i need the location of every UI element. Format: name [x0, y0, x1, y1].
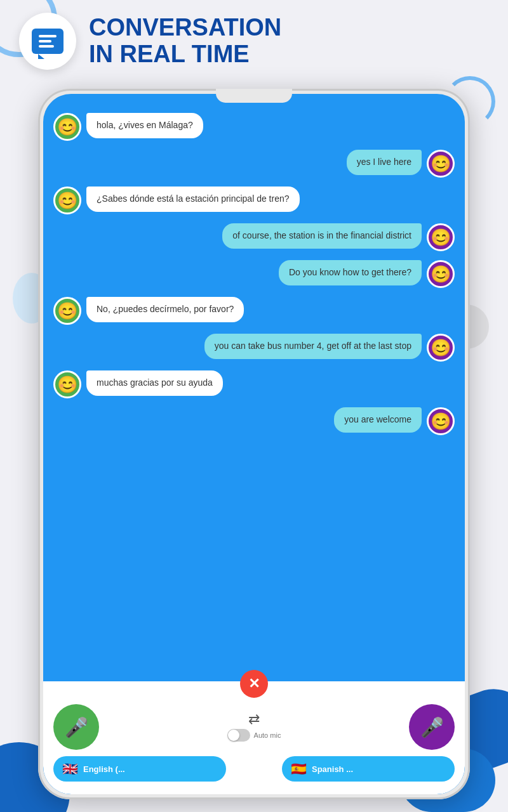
toggle-thumb	[228, 730, 239, 741]
message-row-1: 😊 hola, ¿vives en Málaga?	[53, 113, 455, 141]
avatar-right-5: 😊	[427, 260, 455, 288]
bubble-7: you can take bus number 4, get off at th…	[204, 334, 422, 359]
mic-icon-right: 🎤	[420, 716, 444, 738]
mic-button-right[interactable]: 🎤	[409, 704, 455, 750]
auto-mic-label: Auto mic	[254, 731, 281, 739]
avatar-right-2: 😊	[427, 150, 455, 178]
language-button-left[interactable]: 🇬🇧 English (...	[53, 756, 226, 782]
bubble-9: you are welcome	[334, 407, 422, 433]
chat-icon-line3	[39, 45, 54, 48]
chat-area: 😊 hola, ¿vives en Málaga? 😊 yes I live h…	[43, 94, 465, 681]
mic-icon-left: 🎤	[65, 716, 88, 738]
avatar-left-8: 😊	[53, 370, 81, 398]
bubble-3: ¿Sabes dónde está la estación principal …	[86, 187, 300, 212]
lang-left-label: English (...	[83, 764, 125, 774]
avatar-left-1: 😊	[53, 113, 81, 141]
chat-icon-lines	[39, 35, 57, 48]
bubble-4: of course, the station is in the financi…	[222, 223, 422, 249]
avatar-left-3: 😊	[53, 187, 81, 214]
phone-notch	[216, 89, 292, 103]
avatar-right-9: 😊	[427, 407, 455, 435]
flag-uk: 🇬🇧	[62, 761, 78, 776]
phone-frame: 😊 hola, ¿vives en Málaga? 😊 yes I live h…	[38, 89, 470, 799]
avatar-right-7: 😊	[427, 334, 455, 362]
message-row-2: 😊 yes I live here	[53, 150, 455, 178]
mic-button-left[interactable]: 🎤	[53, 704, 99, 750]
chat-bubble-icon	[32, 29, 64, 54]
bubble-2: yes I live here	[347, 150, 422, 175]
message-row-5: 😊 Do you know how to get there?	[53, 260, 455, 288]
swap-arrows-icon[interactable]: ⇄	[248, 712, 260, 726]
bubble-1: hola, ¿vives en Málaga?	[86, 113, 203, 138]
message-row-4: 😊 of course, the station is in the finan…	[53, 223, 455, 251]
arrows-toggle-area: ⇄ Auto mic	[104, 712, 404, 742]
avatar-left-6: 😊	[53, 297, 81, 325]
chat-icon-line1	[39, 35, 57, 37]
auto-mic-toggle-row: Auto mic	[227, 729, 281, 742]
header-icon-circle	[19, 13, 76, 70]
bubble-6: No, ¿puedes decírmelo, por favor?	[86, 297, 244, 322]
language-row: 🇬🇧 English (... 🇪🇸 Spanish ...	[53, 756, 455, 782]
message-row-8: 😊 muchas gracias por su ayuda	[53, 370, 455, 398]
message-row-6: 😊 No, ¿puedes decírmelo, por favor?	[53, 297, 455, 325]
message-row-9: 😊 you are welcome	[53, 407, 455, 435]
message-row-7: 😊 you can take bus number 4, get off at …	[53, 334, 455, 362]
avatar-right-4: 😊	[427, 223, 455, 251]
phone-inner: 😊 hola, ¿vives en Málaga? 😊 yes I live h…	[43, 94, 465, 794]
close-button[interactable]: ✕	[240, 670, 268, 698]
auto-mic-toggle[interactable]	[227, 729, 250, 742]
bubble-5: Do you know how to get there?	[279, 260, 422, 285]
page-title: CONVERSATION IN REAL TIME	[89, 15, 281, 68]
language-button-right[interactable]: 🇪🇸 Spanish ...	[282, 756, 455, 782]
bubble-8: muchas gracias por su ayuda	[86, 370, 223, 396]
lang-right-label: Spanish ...	[312, 764, 353, 774]
message-row-3: 😊 ¿Sabes dónde está la estación principa…	[53, 187, 455, 214]
bottom-controls: ✕ 🎤 ⇄ Auto mic 🎤	[43, 681, 465, 794]
chat-icon-line2	[39, 40, 51, 43]
flag-es: 🇪🇸	[291, 761, 307, 776]
mic-row: 🎤 ⇄ Auto mic 🎤	[53, 704, 455, 750]
header: CONVERSATION IN REAL TIME	[0, 13, 508, 70]
